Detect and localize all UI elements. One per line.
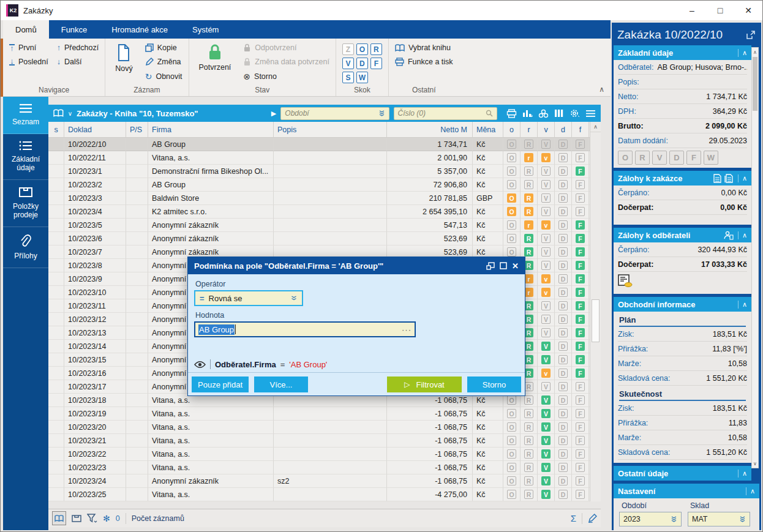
status-badge-cell[interactable]: v <box>538 286 555 299</box>
cell-ps[interactable] <box>126 326 148 340</box>
sum-icon[interactable]: Σ <box>571 513 576 523</box>
maximize-button[interactable]: □ <box>706 1 734 20</box>
status-badge-cell[interactable]: D <box>555 205 572 219</box>
jump-v-button[interactable]: V <box>342 58 354 69</box>
cell-doklad[interactable]: 10/2023/17 <box>64 380 126 394</box>
status-badge-cell[interactable]: D <box>555 421 572 434</box>
cell-netto[interactable]: -1 068,75 <box>387 434 473 448</box>
status-badge-cell[interactable]: F <box>572 461 589 474</box>
status-badge-cell[interactable]: D <box>555 219 572 232</box>
cell-doklad[interactable]: 10/2023/20 <box>64 421 126 434</box>
cell-mena[interactable]: Kč <box>473 474 503 488</box>
cell-doklad[interactable]: 10/2023/12 <box>64 313 126 326</box>
cell-mena[interactable]: Kč <box>473 178 503 192</box>
status-badge-cell[interactable]: V <box>538 205 555 219</box>
cell-popis[interactable] <box>274 232 387 245</box>
cell-ps[interactable] <box>126 205 148 219</box>
minimize-button[interactable]: – <box>678 1 706 20</box>
status-badge-cell[interactable]: V <box>538 138 555 151</box>
cell-ps[interactable] <box>126 353 148 367</box>
col-f[interactable]: f <box>572 122 589 137</box>
cell-select[interactable] <box>48 299 64 313</box>
status-badge-cell[interactable]: R <box>521 138 538 151</box>
status-badge-cell[interactable]: O <box>503 232 521 245</box>
change-button[interactable]: Změna <box>145 58 182 66</box>
status-badge-cell[interactable]: D <box>555 232 572 245</box>
document-icon[interactable] <box>713 174 721 183</box>
cell-popis[interactable] <box>274 178 387 192</box>
status-badge-cell[interactable]: v <box>538 151 555 165</box>
status-badge-cell[interactable]: D <box>555 165 572 178</box>
scrollbar-thumb[interactable] <box>753 57 757 111</box>
status-badge-cell[interactable]: D <box>555 178 572 192</box>
cell-firma[interactable]: Vitana, a.s. <box>148 461 274 474</box>
col-netto[interactable]: Netto M <box>387 122 473 137</box>
status-badge-cell[interactable]: V <box>538 192 555 205</box>
new-button[interactable]: Nový <box>111 43 136 73</box>
table-row[interactable]: 10/2023/24Anonymní zákazníksz2-1 068,75K… <box>48 474 590 488</box>
warehouse-dropdown[interactable]: MAT <box>688 512 750 526</box>
cluster-icon[interactable] <box>538 109 549 118</box>
status-badge-cell[interactable]: D <box>555 138 572 151</box>
cell-ps[interactable] <box>126 272 148 286</box>
status-badge-cell[interactable]: F <box>572 448 589 461</box>
section-header[interactable]: Základní údaje∧ <box>614 45 751 60</box>
status-badge-cell[interactable]: F <box>572 232 589 245</box>
cancel-button[interactable]: Storno <box>467 377 521 392</box>
table-row[interactable]: 10/2023/4K2 atmitec s.r.o.2 654 395,10Kč… <box>48 205 590 219</box>
col-firma[interactable]: Firma <box>148 122 274 137</box>
chart-icon[interactable] <box>522 109 533 118</box>
status-badge-cell[interactable]: D <box>555 380 572 394</box>
cell-doklad[interactable]: 10/2023/19 <box>64 407 126 421</box>
ellipsis-button[interactable]: ··· <box>402 325 412 334</box>
value-input[interactable]: AB Group ··· <box>194 321 416 337</box>
cell-mena[interactable]: Kč <box>473 448 503 461</box>
print-icon[interactable] <box>506 109 517 118</box>
cell-select[interactable] <box>48 178 64 192</box>
cell-ps[interactable] <box>126 286 148 299</box>
status-badge-cell[interactable]: D <box>555 259 572 272</box>
cell-mena[interactable]: Kč <box>473 138 503 151</box>
cell-ps[interactable] <box>126 394 148 407</box>
status-badge-cell[interactable]: O <box>503 474 521 488</box>
status-badge-cell[interactable]: D <box>555 407 572 421</box>
status-badge-cell[interactable]: D <box>555 474 572 488</box>
cell-select[interactable] <box>48 367 64 380</box>
status-badge-cell[interactable]: D <box>555 448 572 461</box>
section-header[interactable]: Zálohy k zakázce ∧ <box>614 171 751 185</box>
invoice-coin-icon[interactable] <box>618 274 633 288</box>
cell-firma[interactable]: K2 atmitec s.r.o. <box>148 205 274 219</box>
cell-ps[interactable] <box>126 461 148 474</box>
status-badge-cell[interactable]: D <box>555 488 572 501</box>
edit-icon[interactable] <box>588 514 597 523</box>
cell-select[interactable] <box>48 380 64 394</box>
gear-icon[interactable] <box>569 108 580 118</box>
status-badge-cell[interactable]: F <box>572 245 589 259</box>
table-row[interactable]: 10/2023/1Demonstrační firma Bikeshop Ol.… <box>48 165 590 178</box>
cell-ps[interactable] <box>126 245 148 259</box>
book-view-toggle[interactable] <box>52 511 66 525</box>
cell-mena[interactable]: Kč <box>473 205 503 219</box>
cell-select[interactable] <box>48 474 64 488</box>
refresh-button[interactable]: ↻Obnovit <box>145 72 182 81</box>
chevron-up-icon[interactable]: ∧ <box>738 301 747 309</box>
status-badge-cell[interactable]: R <box>521 205 538 219</box>
status-badge-cell[interactable]: V <box>538 474 555 488</box>
status-badge-cell[interactable]: D <box>555 299 572 313</box>
cell-doklad[interactable]: 10/2023/16 <box>64 367 126 380</box>
cell-select[interactable] <box>48 151 64 165</box>
status-badge-cell[interactable]: O <box>503 488 521 501</box>
cell-firma[interactable]: Vitana, a.s. <box>148 151 274 165</box>
cell-doklad[interactable]: 10/2023/5 <box>64 219 126 232</box>
status-badge-cell[interactable]: R <box>521 448 538 461</box>
table-row[interactable]: 10/2023/2AB Group72 906,80KčORVDF <box>48 178 590 192</box>
add-only-button[interactable]: Pouze přidat <box>192 377 249 392</box>
status-badge-cell[interactable]: O <box>503 434 521 448</box>
status-badge-cell[interactable]: F <box>572 165 589 178</box>
cell-select[interactable] <box>48 488 64 501</box>
jump-w-button[interactable]: W <box>356 72 368 83</box>
cell-select[interactable] <box>48 461 64 474</box>
status-badge-cell[interactable]: O <box>503 192 521 205</box>
col-popis[interactable]: Popis <box>274 122 387 137</box>
status-badge-cell[interactable]: R <box>521 178 538 192</box>
